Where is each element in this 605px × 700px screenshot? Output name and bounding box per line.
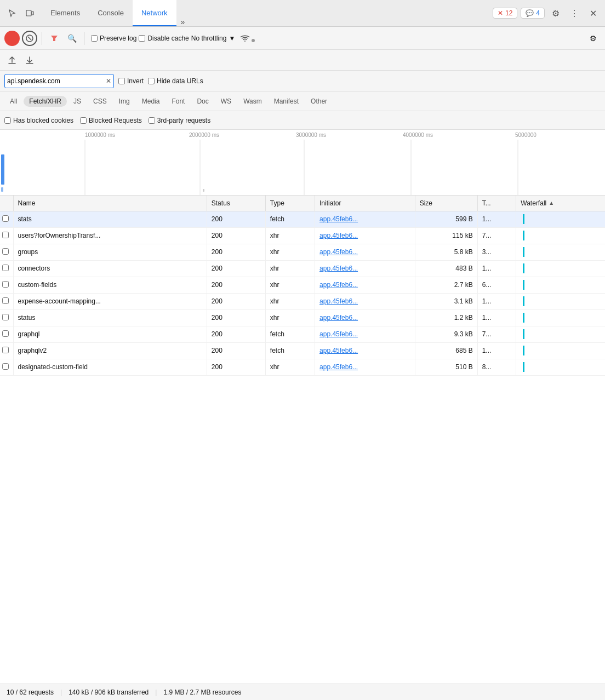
download-icon[interactable]	[22, 53, 37, 68]
has-blocked-cookies-checkbox[interactable]: Has blocked cookies	[4, 117, 73, 124]
th-time[interactable]: T...	[477, 196, 516, 211]
invert-input[interactable]	[118, 78, 125, 84]
row-select-input[interactable]	[2, 265, 9, 271]
type-font-button[interactable]: Font	[166, 96, 190, 107]
settings-icon[interactable]: ⚙	[548, 5, 563, 21]
table-row[interactable]: custom-fields 200 xhr app.45feb6... 2.7 …	[0, 277, 605, 293]
table-row[interactable]: status 200 xhr app.45feb6... 1.2 kB 1...	[0, 309, 605, 326]
type-all-button[interactable]: All	[4, 96, 22, 107]
hide-data-urls-checkbox[interactable]: Hide data URLs	[148, 77, 203, 85]
row-checkbox-cell[interactable]	[0, 277, 13, 293]
tab-elements[interactable]: Elements	[42, 0, 89, 26]
row-initiator[interactable]: app.45feb6...	[315, 309, 415, 326]
row-checkbox-cell[interactable]	[0, 211, 13, 227]
row-checkbox-cell[interactable]	[0, 227, 13, 244]
row-select-input[interactable]	[2, 314, 9, 320]
row-name[interactable]: graphql	[13, 326, 207, 342]
filter-clear-icon[interactable]: ✕	[106, 77, 111, 85]
upload-icon[interactable]	[4, 53, 20, 68]
table-row[interactable]: connectors 200 xhr app.45feb6... 483 B 1…	[0, 260, 605, 277]
row-name[interactable]: groups	[13, 244, 207, 260]
row-name[interactable]: users?forOwnershipTransf...	[13, 227, 207, 244]
disable-cache-checkbox[interactable]: Disable cache	[139, 35, 189, 42]
tab-network[interactable]: Network	[133, 0, 176, 26]
clear-button[interactable]	[22, 31, 37, 46]
th-status[interactable]: Status	[207, 196, 265, 211]
disable-cache-input[interactable]	[139, 35, 145, 42]
cursor-icon[interactable]	[4, 5, 20, 21]
tab-more[interactable]: »	[176, 18, 190, 26]
row-initiator[interactable]: app.45feb6...	[315, 260, 415, 277]
row-initiator[interactable]: app.45feb6...	[315, 211, 415, 227]
filter-icon[interactable]	[47, 31, 62, 46]
th-waterfall[interactable]: Waterfall ▲	[516, 196, 605, 211]
row-select-input[interactable]	[2, 281, 9, 288]
type-js-button[interactable]: JS	[68, 96, 87, 107]
row-select-input[interactable]	[2, 297, 9, 304]
row-select-input[interactable]	[2, 347, 9, 353]
search-icon[interactable]: 🔍	[64, 31, 79, 46]
row-select-input[interactable]	[2, 248, 9, 255]
record-button[interactable]	[4, 31, 20, 46]
row-select-input[interactable]	[2, 363, 9, 370]
row-initiator[interactable]: app.45feb6...	[315, 342, 415, 359]
blocked-requests-input[interactable]	[80, 117, 87, 124]
preserve-log-checkbox[interactable]: Preserve log	[91, 35, 136, 42]
row-checkbox-cell[interactable]	[0, 326, 13, 342]
network-table[interactable]: Name Status Type Initiator Size T... Wat…	[0, 196, 605, 684]
table-row[interactable]: graphqlv2 200 fetch app.45feb6... 685 B …	[0, 342, 605, 359]
row-name[interactable]: connectors	[13, 260, 207, 277]
th-name[interactable]: Name	[13, 196, 207, 211]
row-select-input[interactable]	[2, 215, 9, 222]
close-icon[interactable]: ✕	[585, 5, 601, 21]
error-badge[interactable]: ✕ 12	[493, 8, 517, 19]
row-select-input[interactable]	[2, 232, 9, 238]
table-row[interactable]: graphql 200 fetch app.45feb6... 9.3 kB 7…	[0, 326, 605, 342]
network-settings-icon[interactable]: ⚙	[585, 31, 601, 46]
row-select-input[interactable]	[2, 330, 9, 337]
has-blocked-cookies-input[interactable]	[4, 117, 11, 124]
filter-input[interactable]	[7, 77, 104, 85]
th-size[interactable]: Size	[415, 196, 477, 211]
wifi-icon[interactable]	[237, 31, 253, 46]
preserve-log-input[interactable]	[91, 35, 98, 42]
type-css-button[interactable]: CSS	[88, 96, 112, 107]
device-toggle-icon[interactable]	[22, 5, 37, 21]
table-row[interactable]: expense-account-mapping... 200 xhr app.4…	[0, 293, 605, 309]
row-initiator[interactable]: app.45feb6...	[315, 227, 415, 244]
throttle-select[interactable]: No throttling ▼	[191, 35, 236, 42]
more-options-icon[interactable]: ⋮	[567, 5, 582, 21]
type-ws-button[interactable]: WS	[215, 96, 237, 107]
th-initiator[interactable]: Initiator	[315, 196, 415, 211]
type-manifest-button[interactable]: Manifest	[269, 96, 304, 107]
table-row[interactable]: groups 200 xhr app.45feb6... 5.8 kB 3...	[0, 244, 605, 260]
tab-console[interactable]: Console	[89, 0, 133, 26]
type-wasm-button[interactable]: Wasm	[238, 96, 267, 107]
row-initiator[interactable]: app.45feb6...	[315, 359, 415, 375]
table-row[interactable]: users?forOwnershipTransf... 200 xhr app.…	[0, 227, 605, 244]
th-type[interactable]: Type	[265, 196, 315, 211]
row-name[interactable]: graphqlv2	[13, 342, 207, 359]
row-initiator[interactable]: app.45feb6...	[315, 293, 415, 309]
invert-checkbox[interactable]: Invert	[118, 77, 144, 85]
third-party-input[interactable]	[149, 117, 155, 124]
row-checkbox-cell[interactable]	[0, 260, 13, 277]
row-name[interactable]: status	[13, 309, 207, 326]
row-checkbox-cell[interactable]	[0, 309, 13, 326]
row-checkbox-cell[interactable]	[0, 359, 13, 375]
type-fetch-xhr-button[interactable]: Fetch/XHR	[24, 96, 67, 107]
table-row[interactable]: designated-custom-field 200 xhr app.45fe…	[0, 359, 605, 375]
row-initiator[interactable]: app.45feb6...	[315, 244, 415, 260]
row-name[interactable]: expense-account-mapping...	[13, 293, 207, 309]
type-other-button[interactable]: Other	[305, 96, 333, 107]
hide-data-input[interactable]	[148, 78, 155, 84]
blocked-requests-checkbox[interactable]: Blocked Requests	[80, 117, 142, 124]
row-name[interactable]: stats	[13, 211, 207, 227]
type-img-button[interactable]: Img	[113, 96, 135, 107]
third-party-checkbox[interactable]: 3rd-party requests	[149, 117, 210, 124]
table-row[interactable]: stats 200 fetch app.45feb6... 599 B 1...	[0, 211, 605, 227]
row-name[interactable]: custom-fields	[13, 277, 207, 293]
row-initiator[interactable]: app.45feb6...	[315, 326, 415, 342]
type-media-button[interactable]: Media	[136, 96, 165, 107]
row-checkbox-cell[interactable]	[0, 293, 13, 309]
